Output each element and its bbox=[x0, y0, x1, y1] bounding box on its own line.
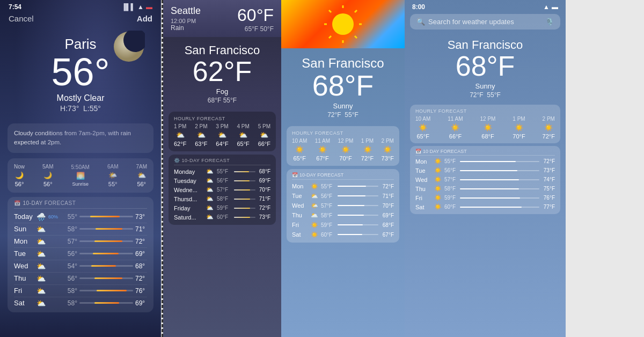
p2-frow-thu: Thursd... ⛅ 58°F 71°F bbox=[174, 194, 270, 203]
p4-condition: Sunny bbox=[412, 82, 558, 90]
p3-temp: 68°F bbox=[289, 71, 397, 100]
p2-frow-mon: Monday ⛅ 55°F 68°F bbox=[174, 167, 270, 176]
p3-h-10am: 10 AM ☀️ 65°F bbox=[292, 138, 307, 162]
p3-h-1pm: 1 PM ☀️ 72°F bbox=[361, 138, 374, 162]
p4-forecast-header: 📅 10 DAY FORECAST bbox=[415, 149, 555, 156]
p3-forecast-header: 📅 10-DAY FORECAST bbox=[292, 172, 394, 180]
p2-hourly-3pm: 3 PM ⛅ 64°F bbox=[216, 123, 228, 147]
search-bar[interactable]: 🔍 Search for weather updates 🎙️ bbox=[410, 14, 560, 30]
p3-h-11am: 11 AM ☀️ 67°F bbox=[315, 138, 330, 162]
p4-frow-tue: Tue ☀️ 56°F 73°F bbox=[415, 166, 555, 175]
p3-frow-wed: Wed 🌤️ 57°F 70°F bbox=[292, 201, 394, 210]
p2-hourly-1pm: 1 PM ⛅ 62°F bbox=[174, 123, 186, 147]
p4-frow-fri: Fri ☀️ 59°F 76°F bbox=[415, 193, 555, 202]
p2-frow-tue: Tuesday ⛅ 56°F 69°F bbox=[174, 176, 270, 185]
moon-icon bbox=[113, 31, 145, 63]
p4-h-2pm: 2 PM ☀️ 72°F bbox=[543, 116, 555, 140]
p4-frow-wed: Wed ☀️ 57°F 74°F bbox=[415, 175, 555, 184]
p2-sf-hilo: 68°F 55°F bbox=[171, 97, 274, 104]
p4-status-bar: 8:00 ▲ ▬ bbox=[405, 0, 566, 12]
seattle-condition: Rain bbox=[171, 24, 201, 32]
p3-h-2pm: 2 PM ☀️ 73°F bbox=[382, 138, 394, 162]
p2-frow-wed: Wedne... ⛅ 57°F 70°F bbox=[174, 185, 270, 194]
panel3-top-image bbox=[281, 0, 405, 48]
p2-hourly-4pm: 4 PM ⛅ 65°F bbox=[237, 123, 249, 147]
p4-wifi-icon: ▲ bbox=[543, 3, 550, 11]
microphone-icon[interactable]: 🎙️ bbox=[545, 18, 554, 26]
panel-seattle-sf: Seattle 12:00 PM Rain 60°F 65°F 50°F San… bbox=[163, 0, 281, 337]
p4-frow-sat: Sat ☀️ 60°F 77°F bbox=[415, 202, 555, 211]
paris-hilo: H:73° L:55° bbox=[9, 104, 152, 113]
p4-h-10am: 10 AM ☀️ 65°F bbox=[415, 116, 430, 140]
p2-hourly-label: Hourly Forecast bbox=[174, 116, 270, 121]
p3-frow-thu: Thu 🌥️ 58°F 69°F bbox=[292, 210, 394, 220]
seattle-temp: 60°F bbox=[237, 5, 274, 25]
p2-hourly-5pm: 5 PM ⛅ 66°F bbox=[258, 123, 270, 147]
p3-h-12pm: 12 PM ☀️ 70°F bbox=[338, 138, 354, 162]
p3-frow-sat: Sat ☀️ 60°F 67°F bbox=[292, 230, 394, 239]
p3-hourly: Hourly Forecast 10 AM ☀️ 65°F 11 AM ☀️ 6… bbox=[287, 126, 399, 166]
p4-hourly: Hourly Forecast 10 AM ☀️ 65°F 11 AM ☀️ 6… bbox=[410, 105, 560, 143]
panel-sf-search: 8:00 ▲ ▬ 🔍 Search for weather updates 🎙️… bbox=[405, 0, 566, 337]
p2-hourly-cols: 1 PM ⛅ 62°F 2 PM ⛅ 63°F 3 PM ⛅ 64°F 4 PM… bbox=[174, 123, 270, 147]
seattle-city: Seattle bbox=[171, 5, 201, 17]
p4-h-1pm: 1 PM ☀️ 70°F bbox=[513, 116, 525, 140]
p4-hilo: 72°F 55°F bbox=[412, 91, 558, 99]
p3-frow-fri: Fri ☀️ 59°F 68°F bbox=[292, 220, 394, 230]
seattle-hilo: 65°F 50°F bbox=[237, 25, 274, 33]
p4-hourly-label: Hourly Forecast bbox=[415, 108, 555, 114]
p3-hourly-label: Hourly Forecast bbox=[292, 130, 394, 136]
paris-condition: Mostly Clear bbox=[9, 93, 152, 103]
svg-point-2 bbox=[332, 13, 354, 35]
p3-hourly-cols: 10 AM ☀️ 65°F 11 AM ☀️ 67°F 12 PM ☀️ 70°… bbox=[292, 138, 394, 162]
p3-frow-mon: Mon ☀️ 55°F 72°F bbox=[292, 181, 394, 191]
p3-frow-tue: Tue ⛅ 56°F 71°F bbox=[292, 191, 394, 201]
p2-forecast: ⚙️ 10-DAY FORECAST Monday ⛅ 55°F 68°F Tu… bbox=[169, 155, 276, 225]
p4-frow-mon: Mon ☀️ 55°F 72°F bbox=[415, 157, 555, 166]
p4-h-11am: 11 AM ☀️ 66°F bbox=[448, 116, 463, 140]
p3-condition: Sunny bbox=[289, 102, 397, 110]
p2-sf-cond: Fog bbox=[171, 87, 274, 96]
panel3-main: San Francisco 68°F Sunny 72°F 55°F bbox=[281, 48, 405, 123]
p2-forecast-header: ⚙️ 10-DAY FORECAST bbox=[174, 158, 270, 165]
svg-line-9 bbox=[329, 36, 331, 38]
seattle-section: Seattle 12:00 PM Rain 60°F 65°F 50°F bbox=[163, 0, 281, 37]
svg-line-7 bbox=[329, 10, 331, 12]
p4-temp: 68°F bbox=[412, 52, 558, 80]
p3-hilo: 72°F 55°F bbox=[289, 111, 397, 119]
panel-sf-sunny: San Francisco 68°F Sunny 72°F 55°F Hourl… bbox=[281, 0, 405, 337]
p2-sf-temp: 62°F bbox=[171, 57, 274, 85]
p3-forecast: 📅 10-DAY FORECAST Mon ☀️ 55°F 72°F Tue ⛅… bbox=[287, 169, 399, 243]
p2-frow-fri: Friday ⛅ 59°F 72°F bbox=[174, 203, 270, 213]
p4-status-time: 8:00 bbox=[412, 3, 425, 11]
sun-graphic bbox=[321, 3, 364, 46]
p4-h-12pm: 12 PM ☀️ 68°F bbox=[480, 116, 496, 140]
svg-line-10 bbox=[355, 36, 357, 38]
svg-line-8 bbox=[355, 10, 357, 12]
p2-hourly: Hourly Forecast 1 PM ⛅ 62°F 2 PM ⛅ 63°F … bbox=[169, 112, 276, 151]
search-placeholder: Search for weather updates bbox=[428, 18, 542, 26]
paris-main: Paris 56° Mostly Clear H:73° L:55° bbox=[0, 25, 161, 118]
p4-main: San Francisco 68°F Sunny 72°F 55°F bbox=[405, 34, 566, 102]
p2-frow-sat: Saturd... ⛅ 60°F 73°F bbox=[174, 213, 270, 222]
p4-forecast: 📅 10 DAY FORECAST Mon ☀️ 55°F 72°F Tue ☀… bbox=[410, 146, 560, 214]
p4-frow-thu: Thu ☀️ 58°F 75°F bbox=[415, 184, 555, 193]
seattle-time: 12:00 PM bbox=[171, 18, 201, 24]
p3-city: San Francisco bbox=[289, 56, 397, 71]
panel-paris: 7:54 ▐▌▌ ▲ ▬ Cancel Add Paris 56° Mostly… bbox=[0, 0, 161, 337]
search-icon: 🔍 bbox=[416, 18, 425, 26]
p4-status-icons: ▲ ▬ bbox=[543, 3, 558, 11]
panel2-sf-main: San Francisco 62°F Fog 68°F 55°F bbox=[163, 37, 281, 108]
p2-hourly-2pm: 2 PM ⛅ 63°F bbox=[195, 123, 207, 147]
p4-hourly-cols: 10 AM ☀️ 65°F 11 AM ☀️ 66°F 12 PM ☀️ 68°… bbox=[415, 116, 555, 140]
p4-battery-icon: ▬ bbox=[552, 3, 558, 11]
